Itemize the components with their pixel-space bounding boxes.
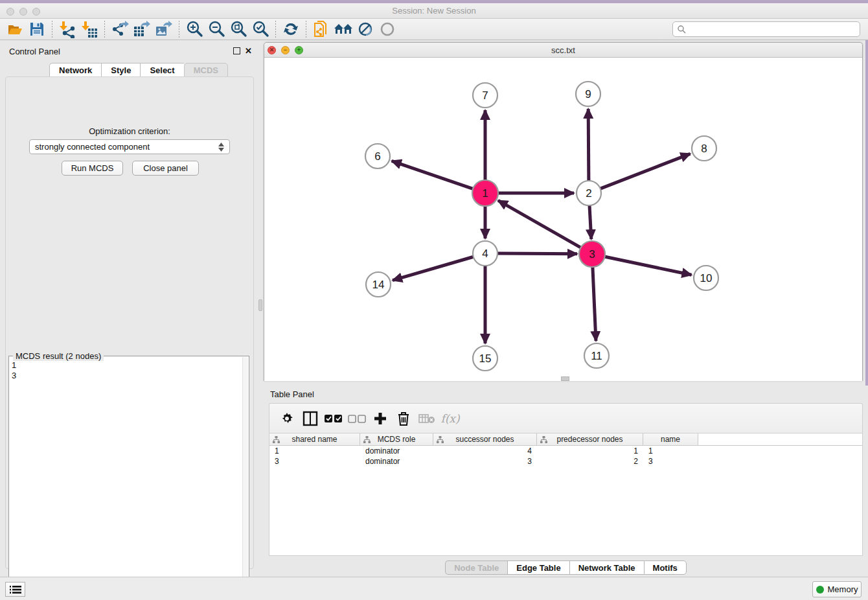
export-image-icon[interactable] [153, 19, 175, 39]
node-table[interactable]: shared nameMCDS rolesuccessor nodesprede… [269, 433, 863, 556]
cell-predecessor-nodes: 2 [537, 456, 643, 467]
run-mcds-button[interactable]: Run MCDS [62, 161, 123, 176]
criterion-select[interactable]: strongly connected component [29, 139, 230, 154]
edge-2-8[interactable] [599, 154, 691, 189]
node-label-7: 7 [482, 89, 488, 102]
table-header-row: shared nameMCDS rolesuccessor nodesprede… [269, 433, 862, 446]
mcds-result-text[interactable]: 1 3 [12, 360, 241, 599]
tab-node-table[interactable]: Node Table [445, 560, 507, 575]
app-titlebar: Session: New Session [0, 3, 868, 19]
memory-button[interactable]: Memory [812, 581, 862, 597]
table-row[interactable]: 3dominator323 [269, 456, 862, 467]
unselect-all-icon[interactable] [347, 409, 367, 428]
network-window-resize-grip[interactable] [561, 376, 569, 381]
close-panel-icon[interactable]: ✕ [245, 46, 252, 56]
tab-motifs[interactable]: Motifs [644, 560, 687, 575]
save-session-icon[interactable] [26, 19, 48, 39]
apply-layout-icon[interactable] [280, 19, 302, 39]
birds-eye-view-icon[interactable] [376, 19, 398, 39]
select-all-icon[interactable] [324, 409, 343, 428]
toolbar-separator [275, 21, 276, 38]
tab-mcds[interactable]: MCDS [184, 63, 228, 77]
edge-4-3[interactable] [496, 253, 577, 254]
node-label-9: 9 [585, 88, 591, 100]
status-bar: Memory [0, 577, 868, 600]
edge-2-3[interactable] [589, 204, 591, 239]
tab-network-table[interactable]: Network Table [569, 560, 644, 575]
mcds-result-scrollbar[interactable] [242, 357, 248, 600]
add-column-icon[interactable] [371, 409, 390, 428]
network-graph[interactable]: 7968124314101511 [264, 58, 862, 381]
zoom-fit-icon[interactable] [227, 19, 249, 39]
list-icon [10, 585, 21, 594]
control-panel: Control Panel ✕ NetworkStyleSelectMCDS O… [0, 40, 259, 577]
edge-2-9[interactable] [588, 109, 589, 182]
show-panels-menu-button[interactable] [5, 582, 25, 597]
cell-predecessor-nodes: 1 [537, 446, 643, 456]
table-panel-title: Table Panel [270, 389, 314, 399]
toolbar-separator [179, 21, 179, 38]
float-panel-icon[interactable] [233, 47, 240, 54]
import-network-icon[interactable] [56, 19, 78, 39]
open-session-icon[interactable] [4, 19, 26, 39]
tree-icon [540, 436, 547, 443]
close-panel-button[interactable]: Close panel [132, 161, 199, 176]
edge-3-10[interactable] [603, 256, 692, 275]
import-table-icon[interactable] [78, 19, 100, 39]
cell-shared-name: 1 [269, 446, 360, 456]
panel-mode-icon[interactable] [301, 409, 320, 428]
edge-3-1[interactable] [498, 200, 582, 248]
panel-splitter-handle[interactable] [258, 299, 262, 311]
cell-MCDS-role: dominator [360, 456, 433, 467]
tab-edge-table[interactable]: Edge Table [507, 560, 569, 575]
main-toolbar [0, 19, 868, 40]
node-label-14: 14 [372, 279, 385, 291]
column-header-predecessor-nodes[interactable]: predecessor nodes [537, 433, 643, 445]
network-canvas[interactable]: 7968124314101511 [264, 58, 862, 381]
edge-3-11[interactable] [593, 265, 596, 341]
edge-1-6[interactable] [392, 161, 475, 189]
node-label-11: 11 [591, 350, 602, 362]
node-label-3: 3 [589, 248, 595, 260]
tree-icon [437, 436, 444, 443]
tree-icon [273, 436, 280, 443]
export-table-icon[interactable] [131, 19, 153, 39]
tab-select[interactable]: Select [140, 63, 183, 77]
cell-shared-name: 3 [269, 456, 360, 467]
table-row[interactable]: 1dominator411 [269, 446, 862, 456]
search-box[interactable] [672, 21, 860, 37]
column-header-shared-name[interactable]: shared name [269, 433, 360, 445]
zoom-selected-icon[interactable] [249, 19, 271, 39]
mcds-result-box: MCDS result (2 nodes) 1 3 [8, 356, 249, 600]
control-panel-tabs: NetworkStyleSelectMCDS [49, 63, 228, 77]
column-header-MCDS-role[interactable]: MCDS role [360, 433, 433, 445]
table-tabs: Node TableEdge TableNetwork TableMotifs [264, 560, 868, 575]
zoom-in-icon[interactable] [183, 19, 205, 39]
tab-style[interactable]: Style [101, 63, 140, 77]
edge-4-14[interactable] [393, 257, 475, 281]
column-settings-icon[interactable] [277, 409, 297, 428]
network-view-window: ✕ − + scc.txt 7968124314101511 [264, 42, 863, 381]
export-network-icon[interactable] [109, 19, 131, 39]
control-panel-header: Control Panel ✕ [0, 40, 259, 61]
tab-network[interactable]: Network [49, 63, 101, 77]
column-header-successor-nodes[interactable]: successor nodes [433, 433, 537, 445]
control-panel-title: Control Panel [9, 47, 60, 56]
home-automation-icon[interactable] [332, 19, 354, 39]
delete-table-icon [417, 409, 437, 428]
node-label-8: 8 [701, 143, 707, 155]
new-network-icon[interactable] [310, 19, 332, 39]
node-label-2: 2 [586, 187, 591, 200]
table-toolbar: f(x) [269, 403, 863, 433]
hide-details-icon[interactable] [354, 19, 376, 39]
cell-MCDS-role: dominator [360, 446, 433, 456]
network-window-titlebar[interactable]: ✕ − + scc.txt [264, 43, 862, 58]
search-input[interactable] [686, 25, 860, 34]
node-label-10: 10 [700, 272, 713, 284]
column-header-name[interactable]: name [643, 433, 698, 445]
delete-column-icon[interactable] [394, 409, 413, 428]
node-label-4: 4 [482, 248, 488, 260]
zoom-out-icon[interactable] [205, 19, 227, 39]
network-window-title: scc.txt [264, 45, 862, 55]
session-title: Session: New Session [0, 6, 868, 16]
